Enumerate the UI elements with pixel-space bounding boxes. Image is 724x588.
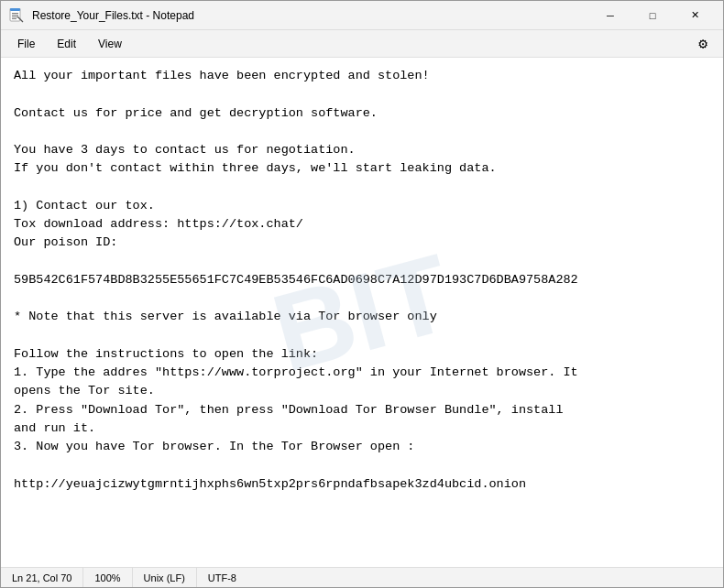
line-ending: Unix (LF) bbox=[133, 568, 197, 587]
gear-icon: ⚙ bbox=[698, 35, 708, 53]
settings-button[interactable]: ⚙ bbox=[690, 31, 716, 57]
minimize-button[interactable]: ─ bbox=[589, 1, 631, 30]
app-icon bbox=[8, 7, 25, 24]
cursor-position: Ln 21, Col 70 bbox=[1, 568, 83, 587]
menu-bar: File Edit View ⚙ bbox=[1, 30, 723, 58]
text-area[interactable]: BIT All your important files have been e… bbox=[1, 58, 723, 567]
status-bar: Ln 21, Col 70 100% Unix (LF) UTF-8 bbox=[1, 567, 723, 587]
title-bar: Restore_Your_Files.txt - Notepad ─ □ ✕ bbox=[1, 1, 723, 30]
close-button[interactable]: ✕ bbox=[674, 1, 716, 30]
menu-file[interactable]: File bbox=[8, 34, 44, 54]
window-title: Restore_Your_Files.txt - Notepad bbox=[32, 9, 589, 22]
menu-view[interactable]: View bbox=[89, 34, 131, 54]
notepad-window: Restore_Your_Files.txt - Notepad ─ □ ✕ F… bbox=[0, 0, 724, 588]
zoom-level: 100% bbox=[83, 568, 132, 587]
encoding: UTF-8 bbox=[197, 568, 247, 587]
file-content: All your important files have been encry… bbox=[14, 67, 710, 494]
window-controls: ─ □ ✕ bbox=[589, 1, 716, 30]
maximize-button[interactable]: □ bbox=[631, 1, 674, 30]
menu-edit[interactable]: Edit bbox=[48, 34, 85, 54]
svg-rect-1 bbox=[10, 8, 20, 11]
